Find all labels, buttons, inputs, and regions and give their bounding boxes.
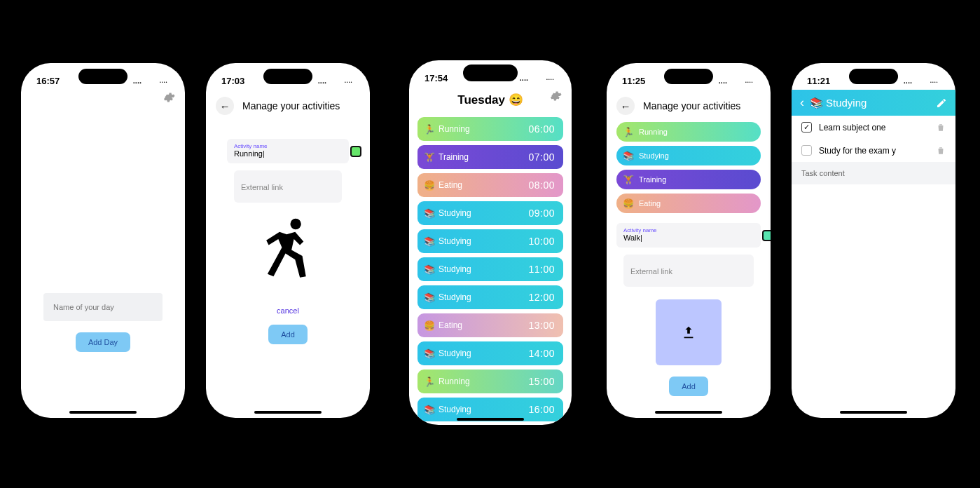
activity-label: Studying [439, 264, 471, 274]
runner-icon [258, 214, 318, 298]
activity-pill[interactable]: 📚Studying [616, 146, 761, 165]
page-title: Manage your activities [242, 100, 340, 111]
external-link-input[interactable]: External link [623, 255, 754, 287]
screen-day-schedule: 17:54 .... Tuesday 😄 🏃Running06:00🏋️Trai… [403, 55, 577, 431]
home-indicator[interactable] [457, 418, 524, 421]
new-task-placeholder: Task content [801, 169, 845, 177]
back-button[interactable]: ← [616, 97, 635, 115]
activity-icon: 🏋️ [423, 152, 436, 163]
edit-icon[interactable] [936, 97, 947, 109]
notch [849, 69, 898, 84]
activity-time: 15:00 [528, 376, 555, 387]
task-checkbox[interactable] [801, 122, 812, 133]
schedule-list[interactable]: 🏃Running06:00🏋️Training07:00🍔Eating08:00… [409, 107, 572, 421]
activity-icon: 📚 [423, 292, 436, 303]
back-button[interactable]: ← [216, 97, 234, 115]
activity-label: Training [639, 175, 666, 184]
status-indicators: .... [719, 76, 755, 85]
schedule-item[interactable]: 🏃Running06:00 [417, 117, 563, 141]
activity-icon: 📚 [423, 348, 436, 359]
trash-icon[interactable] [936, 146, 946, 156]
activity-name-input[interactable]: Activity name Running [227, 139, 349, 163]
activity-icon: 📚 [423, 208, 436, 219]
activity-label: Running [439, 377, 470, 386]
activity-time: 11:00 [528, 264, 555, 275]
settings-icon[interactable] [549, 90, 562, 105]
activity-list: 🏃Running📚Studying🏋️Training🍔Eating [607, 118, 771, 213]
add-button[interactable]: Add [268, 325, 308, 344]
screen-manage-activity-running: 17:03 .... ← Manage your activities Acti… [206, 63, 370, 418]
schedule-item[interactable]: 📚Studying10:00 [417, 229, 563, 253]
schedule-item[interactable]: 🏋️Training07:00 [417, 145, 563, 169]
add-button-label: Add [682, 382, 696, 391]
activity-icon: 🏃 [622, 127, 635, 137]
activity-label: Eating [639, 199, 661, 208]
home-indicator[interactable] [254, 411, 322, 414]
activity-name-label: Activity name [623, 227, 754, 233]
status-indicators: .... [904, 76, 940, 85]
back-chevron-icon[interactable]: ‹ [800, 95, 804, 110]
new-task-input[interactable]: Task content [792, 162, 955, 184]
schedule-item[interactable]: 📚Studying09:00 [417, 201, 563, 225]
notch [463, 65, 518, 81]
activity-pill[interactable]: 🏃Running [616, 122, 761, 142]
screen-manage-activity-walk: 11:25 .... ← Manage your activities 🏃Run… [607, 63, 771, 418]
activity-icon: 🏃 [423, 124, 436, 135]
upload-icon [681, 280, 696, 385]
external-link-placeholder: External link [630, 267, 672, 276]
status-indicators: .... [133, 76, 170, 85]
day-title: Tuesday 😄 [409, 93, 572, 107]
notch [263, 69, 312, 84]
task-label: Study for the exam y [819, 146, 929, 156]
upload-image-button[interactable] [656, 299, 722, 365]
color-swatch[interactable] [762, 230, 771, 241]
external-link-input[interactable]: External link [234, 170, 342, 203]
day-name-placeholder: Name of your day [53, 303, 114, 311]
schedule-item[interactable]: 📚Studying11:00 [417, 257, 563, 281]
activity-time: 06:00 [528, 123, 555, 135]
activity-time: 10:00 [528, 236, 555, 247]
activity-label: Studying [439, 348, 471, 358]
color-swatch[interactable] [350, 146, 361, 157]
activity-time: 09:00 [528, 208, 555, 219]
notch [664, 69, 713, 84]
studying-header: ‹ 📚 Studying [792, 90, 955, 116]
signal-dots: .... [904, 76, 912, 85]
home-indicator[interactable] [840, 411, 907, 414]
activity-name-label: Activity name [234, 143, 342, 149]
activity-label: Studying [439, 405, 471, 414]
schedule-item[interactable]: 📚Studying14:00 [417, 341, 563, 365]
activity-label: Studying [439, 208, 471, 218]
schedule-item[interactable]: 🍔Eating08:00 [417, 173, 563, 197]
activity-icon: 🍔 [423, 320, 436, 331]
day-name-input[interactable]: Name of your day [43, 293, 163, 321]
activity-pill[interactable]: 🏋️Training [616, 170, 761, 189]
task-label: Learn subject one [819, 123, 929, 133]
activity-icon: 🏃 [423, 377, 436, 387]
schedule-item[interactable]: 🏃Running15:00 [417, 370, 563, 393]
activity-icon: 📚 [423, 264, 436, 275]
schedule-item[interactable]: 🍔Eating13:00 [417, 313, 563, 337]
activity-icon: 📚 [423, 405, 436, 415]
activity-name-input[interactable]: Activity name Walk [616, 223, 761, 248]
trash-icon[interactable] [936, 123, 946, 133]
signal-dots: .... [719, 76, 727, 85]
settings-icon[interactable] [163, 91, 175, 107]
activity-label: Studying [439, 236, 471, 246]
task-checkbox[interactable] [801, 145, 812, 156]
activity-time: 08:00 [528, 179, 555, 191]
activity-label: Studying [439, 292, 471, 302]
home-indicator[interactable] [69, 411, 137, 414]
status-time: 17:54 [425, 73, 448, 83]
external-link-placeholder: External link [241, 183, 283, 191]
add-button[interactable]: Add [669, 377, 708, 396]
activity-pill[interactable]: 🍔Eating [616, 194, 761, 213]
schedule-item[interactable]: 📚Studying12:00 [417, 285, 563, 309]
activity-label: Eating [439, 320, 462, 330]
task-row: Learn subject one [792, 116, 955, 139]
activity-name-value: Walk [623, 233, 754, 242]
activity-icon: 🏋️ [622, 175, 635, 185]
cancel-button[interactable]: cancel [217, 306, 359, 315]
home-indicator[interactable] [655, 411, 722, 414]
add-day-button[interactable]: Add Day [76, 332, 130, 352]
